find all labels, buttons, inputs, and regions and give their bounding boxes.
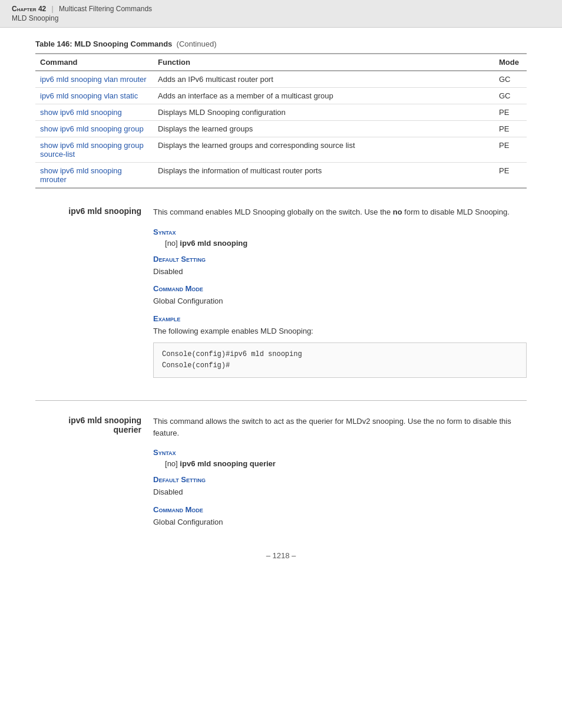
table-caption-text: Table 146: MLD Snooping Commands: [35, 39, 172, 48]
table-cell-function: Displays the information of multicast ro…: [153, 163, 494, 189]
table-cell-mode: PE: [494, 104, 527, 121]
default-label-1: Default Setting: [153, 255, 527, 263]
code-box-1: Console(config)#ipv6 mld snooping Consol…: [153, 342, 527, 378]
table-caption: Table 146: MLD Snooping Commands (Contin…: [35, 39, 527, 48]
col-header-mode: Mode: [494, 54, 527, 71]
col-header-command: Command: [35, 54, 153, 71]
table-row: ipv6 mld snooping vlan staticAdds an int…: [35, 88, 527, 104]
page-footer: – 1218 –: [35, 551, 527, 572]
table-cell-command[interactable]: show ipv6 mld snooping group source-list: [35, 137, 153, 163]
table-cell-function: Displays the learned groups: [153, 121, 494, 137]
syntax-label-1: Syntax: [153, 228, 527, 236]
page-number: – 1218 –: [266, 551, 296, 560]
page-content: Table 146: MLD Snooping Commands (Contin…: [0, 28, 562, 595]
table-caption-continued: (Continued): [177, 39, 217, 48]
table-cell-mode: GC: [494, 71, 527, 88]
commands-table: Command Function Mode ipv6 mld snooping …: [35, 53, 527, 189]
table-cell-function: Displays MLD Snooping configuration: [153, 104, 494, 121]
cmd-description-1: This command enables MLD Snooping global…: [153, 206, 527, 218]
cmd-name-1: ipv6 mld snooping: [68, 206, 141, 216]
table-header-row: Command Function Mode: [35, 54, 527, 71]
table-cell-command[interactable]: ipv6 mld snooping vlan static: [35, 88, 153, 104]
example-label-1: Example: [153, 314, 527, 323]
cmd-name-2a: ipv6 mld snooping: [35, 416, 141, 425]
cmd-name-col-2: ipv6 mld snooping querier: [35, 416, 153, 533]
table-row: show ipv6 mld snoopingDisplays MLD Snoop…: [35, 104, 527, 121]
cmd-entry-2: ipv6 mld snooping querier This command a…: [35, 416, 527, 533]
table-cell-mode: PE: [494, 121, 527, 137]
mode-label-2: Command Mode: [153, 505, 527, 514]
sub-title: MLD Snooping: [12, 14, 550, 22]
chapter-title: Multicast Filtering Commands: [59, 5, 152, 13]
syntax-block-2: [no] ipv6 mld snooping querier: [165, 459, 527, 468]
page-header: Chapter 42 | Multicast Filtering Command…: [0, 0, 562, 28]
col-header-function: Function: [153, 54, 494, 71]
table-row: show ipv6 mld snooping groupDisplays the…: [35, 121, 527, 137]
example-desc-1: The following example enables MLD Snoopi…: [153, 325, 527, 337]
table-cell-command[interactable]: ipv6 mld snooping vlan mrouter: [35, 71, 153, 88]
table-cell-mode: GC: [494, 88, 527, 104]
mode-value-2: Global Configuration: [153, 516, 527, 528]
cmd-description-2: This command allows the switch to act as…: [153, 416, 527, 439]
table-cell-function: Adds an IPv6 multicast router port: [153, 71, 494, 88]
mode-label-1: Command Mode: [153, 284, 527, 293]
table-cell-command[interactable]: show ipv6 mld snooping: [35, 104, 153, 121]
default-label-2: Default Setting: [153, 475, 527, 484]
cmd-entry-1: ipv6 mld snooping This command enables M…: [35, 206, 527, 383]
cmd-name-col-1: ipv6 mld snooping: [35, 206, 153, 383]
table-cell-function: Adds an interface as a member of a multi…: [153, 88, 494, 104]
table-cell-mode: PE: [494, 163, 527, 189]
table-cell-command[interactable]: show ipv6 mld snooping mrouter: [35, 163, 153, 189]
mode-value-1: Global Configuration: [153, 295, 527, 307]
divider-1: [35, 400, 527, 401]
chapter-label: Chapter 42: [12, 5, 46, 13]
cmd-body-1: This command enables MLD Snooping global…: [153, 206, 527, 383]
table-cell-mode: PE: [494, 137, 527, 163]
table-cell-function: Displays the learned groups and correspo…: [153, 137, 494, 163]
syntax-block-1: [no] ipv6 mld snooping: [165, 239, 527, 248]
cmd-body-2: This command allows the switch to act as…: [153, 416, 527, 533]
header-separator: |: [52, 5, 54, 13]
syntax-label-2: Syntax: [153, 448, 527, 457]
table-row: ipv6 mld snooping vlan mrouterAdds an IP…: [35, 71, 527, 88]
table-row: show ipv6 mld snooping group source-list…: [35, 137, 527, 163]
table-cell-command[interactable]: show ipv6 mld snooping group: [35, 121, 153, 137]
cmd-name-2b: querier: [35, 425, 141, 434]
default-value-2: Disabled: [153, 486, 527, 498]
table-row: show ipv6 mld snooping mrouterDisplays t…: [35, 163, 527, 189]
default-value-1: Disabled: [153, 266, 527, 278]
